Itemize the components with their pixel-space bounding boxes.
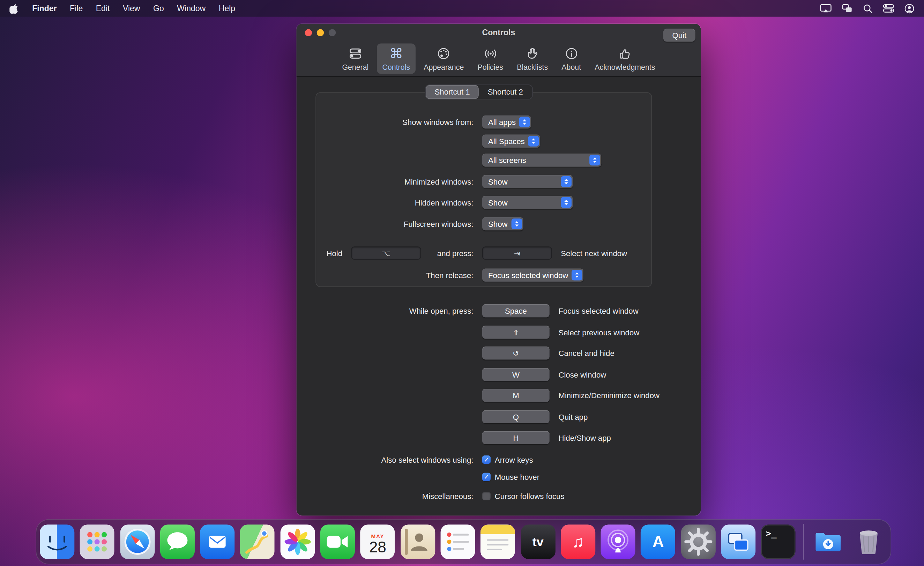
mouse-hover-checkbox[interactable] <box>482 473 490 481</box>
minimized-windows-popup[interactable]: Show <box>482 175 573 188</box>
notes-dock-icon[interactable] <box>480 524 515 559</box>
h-keycap[interactable]: H <box>482 431 550 444</box>
tab-acknowledgments[interactable]: Acknowledgments <box>590 44 660 74</box>
menubar-app-name[interactable]: Finder <box>26 4 63 13</box>
cursor-follows-focus-checkbox-label: Cursor follows focus <box>495 491 565 500</box>
podcasts-dock-icon[interactable] <box>601 524 635 559</box>
arrow-keys-checkbox[interactable] <box>482 455 490 464</box>
calendar-dock-icon[interactable]: MAY 28 <box>360 524 395 559</box>
terminal-dock-icon[interactable] <box>761 524 796 559</box>
dock: MAY 28 <box>36 519 891 564</box>
quit-button[interactable]: Quit <box>663 29 696 42</box>
mouse-hover-checkbox-label: Mouse hover <box>495 473 540 482</box>
tab-policies-label: Policies <box>477 63 503 72</box>
launchpad-dock-icon[interactable] <box>80 524 114 559</box>
photos-dock-icon[interactable] <box>280 524 315 559</box>
also-select-label: Also select windows using: <box>297 455 474 464</box>
finder-dock-icon[interactable] <box>40 524 74 559</box>
fullscreen-windows-label: Fullscreen windows: <box>297 219 474 228</box>
hold-key-recorder[interactable]: ⌥ <box>351 246 421 260</box>
show-windows-apps-popup[interactable]: All apps <box>482 116 531 129</box>
messages-dock-icon[interactable] <box>160 524 195 559</box>
tab-about[interactable]: About <box>556 44 586 74</box>
safari-dock-icon[interactable] <box>120 524 154 559</box>
checkbox-row: Miscellaneous: Cursor follows focus <box>297 489 701 503</box>
m-keycap[interactable]: M <box>482 389 550 402</box>
w-keycap[interactable]: W <box>482 368 550 381</box>
system-preferences-dock-icon[interactable] <box>681 524 716 559</box>
menu-help[interactable]: Help <box>212 0 242 17</box>
show-windows-from-label: Show windows from: <box>297 118 474 127</box>
and-press-label: and press: <box>430 248 474 258</box>
arrow-keys-checkbox-label: Arrow keys <box>495 455 533 464</box>
tv-dock-icon[interactable] <box>520 524 555 559</box>
facetime-dock-icon[interactable] <box>320 524 355 559</box>
tab-shortcut-2[interactable]: Shortcut 2 <box>479 85 532 99</box>
shortcut-key-row: Q Quit app <box>297 410 701 423</box>
checkbox-row: Also select windows using: Arrow keys <box>297 453 701 466</box>
menu-file[interactable]: File <box>63 0 89 17</box>
info-icon <box>564 46 579 61</box>
menu-window[interactable]: Window <box>171 0 212 17</box>
tab-general[interactable]: General <box>337 44 374 74</box>
window-title: Controls <box>297 28 701 37</box>
popup-stepper-icon <box>528 136 539 147</box>
fullscreen-windows-popup[interactable]: Show <box>482 218 523 231</box>
contacts-dock-icon[interactable] <box>400 524 435 559</box>
escape-keycap[interactable]: ↺ <box>482 347 550 360</box>
show-windows-screens-popup[interactable]: All screens <box>482 153 601 167</box>
alttab-menubar-icon[interactable] <box>842 3 853 13</box>
tab-shortcut-1[interactable]: Shortcut 1 <box>426 85 479 99</box>
cursor-follows-focus-checkbox[interactable] <box>482 492 490 500</box>
tab-controls[interactable]: Controls <box>377 44 415 74</box>
tab-blacklists-label: Blacklists <box>517 63 548 72</box>
popup-value: Focus selected window <box>488 270 568 279</box>
broadcast-icon <box>483 46 498 61</box>
then-release-label: Then release: <box>297 270 474 279</box>
space-keycap[interactable]: Space <box>482 304 550 318</box>
user-account-icon[interactable] <box>904 3 915 13</box>
shift-keycap[interactable]: ⇧ <box>482 326 550 339</box>
tab-blacklists[interactable]: Blacklists <box>512 44 554 74</box>
menu-edit[interactable]: Edit <box>89 0 116 17</box>
downloads-dock-icon[interactable] <box>811 524 846 559</box>
mail-dock-icon[interactable] <box>200 524 235 559</box>
trash-dock-icon[interactable] <box>851 524 886 559</box>
screen-mirroring-icon[interactable] <box>820 3 831 13</box>
keycap-action-label: Minimize/Deminimize window <box>558 391 660 400</box>
menu-view[interactable]: View <box>116 0 147 17</box>
minimized-windows-label: Minimized windows: <box>297 177 474 186</box>
music-dock-icon[interactable] <box>561 524 595 559</box>
select-next-window-label: Select next window <box>561 248 627 258</box>
apple-menu[interactable] <box>0 3 26 13</box>
popup-value: All Spaces <box>488 137 525 146</box>
form-row: Minimized windows: Show <box>297 175 701 188</box>
tab-policies[interactable]: Policies <box>472 44 508 74</box>
control-center-icon[interactable] <box>883 3 894 13</box>
maps-dock-icon[interactable] <box>240 524 274 559</box>
dock-separator <box>803 524 804 559</box>
hidden-windows-popup[interactable]: Show <box>482 196 573 209</box>
app-store-dock-icon[interactable] <box>641 524 675 559</box>
shortcut-key-row: ↺ Cancel and hide <box>297 347 701 360</box>
keycap-action-label: Select previous window <box>558 328 639 337</box>
show-windows-spaces-popup[interactable]: All Spaces <box>482 135 540 148</box>
tab-appearance-label: Appearance <box>424 63 464 72</box>
tab-appearance[interactable]: Appearance <box>418 44 470 74</box>
q-keycap[interactable]: Q <box>482 410 550 423</box>
press-key-recorder[interactable]: ⇥ <box>482 246 552 260</box>
form-row: Fullscreen windows: Show <box>297 218 701 231</box>
spotlight-search-icon[interactable] <box>862 3 873 13</box>
popup-stepper-icon <box>590 155 600 166</box>
hold-shortcut-row: Hold ⌥ and press: ⇥ Select next window <box>297 246 701 260</box>
popup-value: Show <box>488 177 508 186</box>
checkbox-row: Mouse hover <box>297 470 701 483</box>
then-release-popup[interactable]: Focus selected window <box>482 268 584 282</box>
reminders-dock-icon[interactable] <box>441 524 475 559</box>
menu-go[interactable]: Go <box>147 0 170 17</box>
shortcut-key-row: While open, press: Space Focus selected … <box>297 304 701 318</box>
preferences-toolbar: General Controls Appearance Policie <box>297 44 701 76</box>
hidden-windows-label: Hidden windows: <box>297 198 474 207</box>
alttab-dock-icon[interactable] <box>721 524 756 559</box>
thumbs-up-icon <box>618 46 632 61</box>
